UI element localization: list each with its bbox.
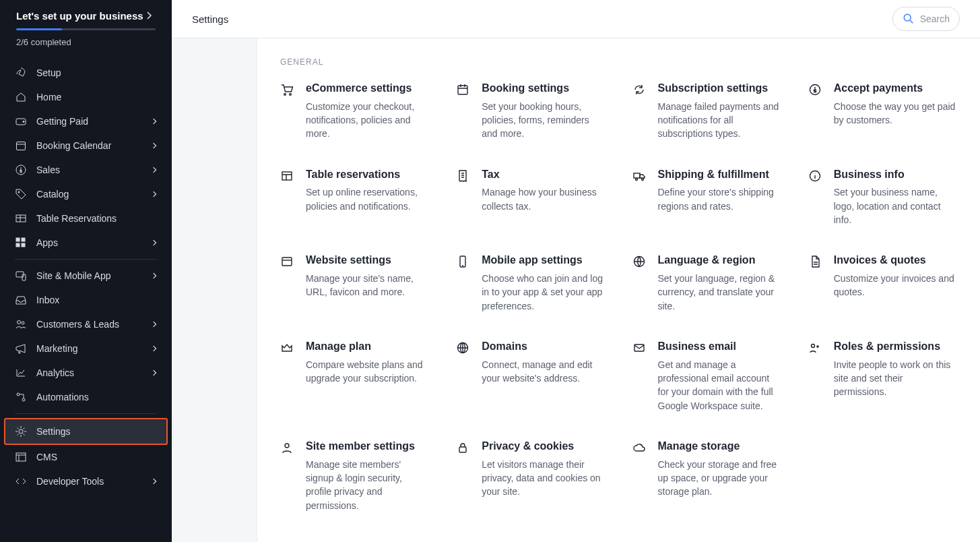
settings-tile-privacy-cookies[interactable]: Privacy & cookiesLet visitors manage the… bbox=[456, 440, 605, 512]
tile-desc: Choose the way you get paid by customers… bbox=[834, 100, 957, 127]
sidebar-item-inbox[interactable]: Inbox bbox=[0, 288, 172, 312]
sidebar-item-marketing[interactable]: Marketing bbox=[0, 336, 172, 361]
settings-tile-tax[interactable]: TaxManage how your business collects tax… bbox=[456, 168, 605, 227]
gear-icon bbox=[15, 425, 27, 438]
tile-title: Subscription settings bbox=[658, 82, 781, 96]
setup-progress-fill bbox=[16, 28, 62, 30]
sidebar-item-booking-calendar[interactable]: Booking Calendar bbox=[0, 133, 172, 158]
mega-icon bbox=[15, 342, 27, 355]
settings-tile-business-info[interactable]: Business infoSet your business name, log… bbox=[808, 168, 957, 227]
tile-desc: Get and manage a professional email acco… bbox=[658, 358, 781, 413]
search-placeholder: Search bbox=[920, 13, 950, 24]
person-icon bbox=[280, 441, 294, 454]
sidebar-item-cms[interactable]: CMS bbox=[0, 445, 172, 469]
tile-title: Roles & permissions bbox=[834, 340, 957, 354]
tile-desc: Compare website plans and upgrade your s… bbox=[306, 358, 429, 386]
globe2-icon bbox=[456, 341, 469, 355]
tile-title: Domains bbox=[482, 340, 605, 354]
settings-tile-invoices-quotes[interactable]: Invoices & quotesCustomize your invoices… bbox=[808, 253, 957, 313]
sidebar-item-apps[interactable]: Apps bbox=[0, 231, 172, 255]
setup-banner[interactable]: Let's set up your business 2/6 completed bbox=[0, 0, 172, 58]
sidebar-item-label: Inbox bbox=[36, 295, 160, 305]
doc-icon bbox=[808, 255, 822, 268]
tile-desc: Check your storage and free up space, or… bbox=[658, 458, 781, 499]
sidebar-item-settings[interactable]: Settings bbox=[4, 418, 168, 445]
sidebar-item-label: Analytics bbox=[36, 367, 150, 378]
cms-icon bbox=[15, 451, 27, 463]
sidebar-item-label: Catalog bbox=[36, 189, 150, 200]
sidebar-item-label: Sales bbox=[36, 164, 150, 175]
sidebar-item-developer-tools[interactable]: Developer Tools bbox=[0, 469, 172, 493]
phone-icon bbox=[456, 255, 469, 268]
cal-icon bbox=[456, 83, 469, 96]
tile-desc: Customize your checkout, notifications, … bbox=[306, 100, 429, 141]
settings-tile-booking-settings[interactable]: Booking settingsSet your booking hours, … bbox=[456, 82, 605, 141]
settings-tile-website-settings[interactable]: Website settingsManage your site's name,… bbox=[280, 253, 429, 313]
code-icon bbox=[15, 475, 27, 487]
settings-tile-business-email[interactable]: Business emailGet and manage a professio… bbox=[632, 340, 781, 413]
tile-title: Website settings bbox=[306, 253, 429, 268]
auto-icon bbox=[15, 391, 27, 403]
truck-icon bbox=[632, 169, 646, 183]
settings-tile-shipping-fulfillment[interactable]: Shipping & fulfillmentDefine your store'… bbox=[632, 168, 781, 227]
settings-tile-domains[interactable]: DomainsConnect, manage and edit your web… bbox=[456, 340, 605, 413]
sidebar-item-table-reservations[interactable]: Table Reservations bbox=[0, 206, 172, 231]
grid-icon bbox=[15, 237, 27, 249]
chart-icon bbox=[15, 367, 27, 379]
mail-icon bbox=[632, 341, 646, 355]
sidebar-item-home[interactable]: Home bbox=[0, 85, 172, 109]
setup-title: Let's set up your business bbox=[16, 10, 143, 22]
dollar-icon bbox=[15, 164, 27, 176]
settings-tile-accept-payments[interactable]: Accept paymentsChoose the way you get pa… bbox=[808, 82, 957, 141]
tile-title: Tax bbox=[482, 168, 605, 182]
window-icon bbox=[280, 255, 294, 268]
sidebar-item-customers-leads[interactable]: Customers & Leads bbox=[0, 312, 172, 336]
tile-title: eCommerce settings bbox=[306, 82, 429, 96]
sidebar-item-analytics[interactable]: Analytics bbox=[0, 361, 172, 385]
tile-desc: Manage how your business collects tax. bbox=[482, 185, 605, 213]
chevron-right-icon bbox=[150, 320, 160, 329]
table-icon bbox=[15, 212, 27, 224]
settings-tile-language-region[interactable]: Language & regionSet your language, regi… bbox=[632, 253, 781, 313]
content-scroll[interactable]: GENERAL eCommerce settingsCustomize your… bbox=[172, 38, 980, 542]
topbar: Settings Search bbox=[172, 0, 980, 38]
settings-tile-table-reservations[interactable]: Table reservationsSet up online reservat… bbox=[280, 168, 429, 227]
people-icon bbox=[15, 318, 27, 330]
tile-title: Business info bbox=[834, 168, 957, 182]
roles-icon bbox=[808, 341, 822, 355]
search-icon bbox=[903, 13, 915, 25]
tile-title: Shipping & fulfillment bbox=[658, 168, 781, 182]
inbox-icon bbox=[15, 294, 27, 306]
settings-tile-manage-plan[interactable]: Manage planCompare website plans and upg… bbox=[280, 340, 429, 413]
sidebar-item-getting-paid[interactable]: Getting Paid bbox=[0, 109, 172, 133]
chevron-right-icon bbox=[150, 368, 160, 378]
chevron-right-icon bbox=[150, 344, 160, 353]
settings-tile-manage-storage[interactable]: Manage storageCheck your storage and fre… bbox=[632, 440, 781, 512]
settings-tile-mobile-app-settings[interactable]: Mobile app settingsChoose who can join a… bbox=[456, 253, 605, 313]
layout-icon bbox=[280, 169, 294, 183]
sidebar-nav: SetupHomeGetting PaidBooking CalendarSal… bbox=[0, 58, 172, 496]
settings-tile-subscription-settings[interactable]: Subscription settingsManage failed payme… bbox=[632, 82, 781, 141]
settings-tile-roles-permissions[interactable]: Roles & permissionsInvite people to work… bbox=[808, 340, 957, 413]
settings-tile-site-member-settings[interactable]: Site member settingsManage site members'… bbox=[280, 440, 429, 512]
sidebar-item-label: Booking Calendar bbox=[36, 140, 150, 151]
sidebar-item-label: Home bbox=[36, 92, 160, 102]
sidebar-item-sales[interactable]: Sales bbox=[0, 158, 172, 182]
sidebar-item-label: Apps bbox=[36, 237, 150, 248]
tile-desc: Set your booking hours, policies, forms,… bbox=[482, 100, 605, 141]
tile-title: Business email bbox=[658, 340, 781, 354]
tile-desc: Define your store's shipping regions and… bbox=[658, 185, 781, 213]
calendar-icon bbox=[15, 140, 27, 152]
sidebar-item-site-mobile-app[interactable]: Site & Mobile App bbox=[0, 264, 172, 288]
tile-desc: Set up online reservations, policies and… bbox=[306, 185, 429, 213]
settings-tile-ecommerce-settings[interactable]: eCommerce settingsCustomize your checkou… bbox=[280, 82, 429, 141]
search-input[interactable]: Search bbox=[892, 7, 960, 31]
sidebar-item-setup[interactable]: Setup bbox=[0, 61, 172, 85]
sidebar-item-automations[interactable]: Automations bbox=[0, 385, 172, 409]
tile-desc: Manage failed payments and notifications… bbox=[658, 100, 781, 141]
tile-desc: Invite people to work on this site and s… bbox=[834, 358, 957, 399]
tile-title: Language & region bbox=[658, 253, 781, 268]
sidebar-item-label: Settings bbox=[36, 426, 158, 437]
sidebar-item-catalog[interactable]: Catalog bbox=[0, 182, 172, 206]
info-icon bbox=[808, 169, 822, 183]
